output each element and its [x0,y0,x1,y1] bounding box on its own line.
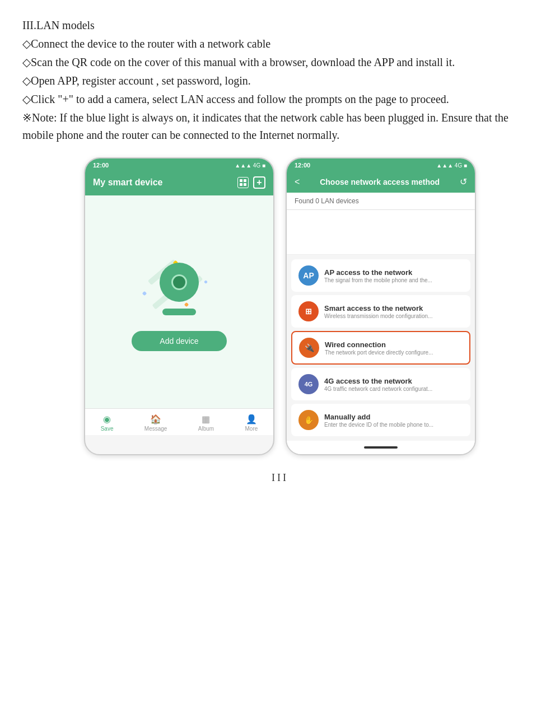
nav-save[interactable]: ◉ Save [101,413,114,432]
option-manual-title: Manually add [324,413,433,421]
option-wired[interactable]: 🔌 Wired connection The network port devi… [291,331,470,365]
add-device-button[interactable]: Add device [132,331,226,351]
left-phone-body: Add device [85,195,273,408]
left-phone: 12:00 ▲▲▲ 4G ■ My smart device + [84,157,274,455]
album-icon: ▦ [200,413,212,424]
camera-icon [160,263,199,302]
nav-save-label: Save [101,426,114,432]
left-header-title: My smart device [93,178,163,188]
option-4g[interactable]: 4G 4G access to the network 4G traffic n… [291,368,470,400]
instructions-section: III.LAN models ◇Connect the device to th… [22,17,538,144]
option-manual[interactable]: ✋ Manually add Enter the device ID of th… [291,404,470,436]
nav-more-label: More [245,426,258,432]
wired-icon: 🔌 [299,338,319,358]
more-icon: 👤 [246,413,257,424]
nav-message-label: Message [144,426,167,432]
option-4g-desc: 4G traffic network card network configur… [324,386,432,392]
option-4g-title: 4G access to the network [324,377,432,385]
nav-album-label: Album [198,426,214,432]
manual-icon: ✋ [298,410,319,430]
smart-icon: ⊞ [298,301,319,321]
nav-more[interactable]: 👤 More [245,413,258,432]
option-wired-text: Wired connection The network port device… [325,340,433,356]
section-title: III.LAN models [22,17,538,34]
option-smart-title: Smart access to the network [324,304,432,312]
nav-album[interactable]: ▦ Album [198,413,214,432]
nav-message[interactable]: 🏠 Message [144,413,167,432]
option-smart-text: Smart access to the network Wireless tra… [324,304,432,319]
home-indicator [364,446,398,449]
option-wired-title: Wired connection [325,340,433,349]
plus-icon[interactable]: + [253,176,265,189]
empty-devices-area [287,210,475,255]
step-4: ◇Click "+" to add a camera, select LAN a… [22,91,538,108]
step-3: ◇Open APP, register account , set passwo… [22,72,538,90]
refresh-icon[interactable]: ↺ [460,176,467,187]
option-wired-desc: The network port device directly configu… [325,349,433,356]
found-devices-text: Found 0 LAN devices [287,193,475,210]
note-text: ※Note: If the blue light is always on, i… [22,109,538,144]
option-ap-desc: The signal from the mobile phone and the… [324,277,432,283]
option-manual-desc: Enter the device ID of the mobile phone … [324,422,433,428]
page-number: III [22,472,538,484]
right-status-bar: 12:00 ▲▲▲ 4G ■ [287,158,475,172]
back-button[interactable]: < [295,177,300,187]
option-ap[interactable]: AP AP access to the network The signal f… [291,259,470,292]
option-smart[interactable]: ⊞ Smart access to the network Wireless t… [291,295,470,328]
save-icon: ◉ [101,413,113,424]
camera-illustration [140,253,218,320]
option-smart-desc: Wireless transmission mode configuration… [324,313,432,319]
step-1: ◇Connect the device to the router with a… [22,35,538,53]
network-options-list: AP AP access to the network The signal f… [287,255,475,441]
grid-icon[interactable] [237,177,249,188]
4g-icon: 4G [298,374,319,394]
option-4g-text: 4G access to the network 4G traffic netw… [324,377,432,392]
ap-icon: AP [298,265,319,286]
right-bottom-bar [287,441,475,454]
left-header-bar: My smart device + [85,172,273,195]
left-status-time: 12:00 [93,162,109,169]
option-ap-title: AP access to the network [324,268,432,277]
right-status-signal: ▲▲▲ 4G ■ [436,162,467,169]
left-status-signal: ▲▲▲ 4G ■ [235,162,265,169]
left-status-bar: 12:00 ▲▲▲ 4G ■ [85,158,273,172]
right-header-bar: < Choose network access method ↺ [287,172,475,193]
option-manual-text: Manually add Enter the device ID of the … [324,413,433,428]
message-icon: 🏠 [150,413,161,424]
step-2: ◇Scan the QR code on the cover of this m… [22,54,538,71]
right-phone: 12:00 ▲▲▲ 4G ■ < Choose network access m… [286,157,476,455]
right-status-time: 12:00 [295,162,310,169]
left-bottom-nav: ◉ Save 🏠 Message ▦ Album 👤 More [85,408,273,435]
right-header-title: Choose network access method [320,178,440,186]
option-ap-text: AP access to the network The signal from… [324,268,432,283]
phones-row: 12:00 ▲▲▲ 4G ■ My smart device + [22,157,538,455]
left-header-icons: + [237,176,265,189]
